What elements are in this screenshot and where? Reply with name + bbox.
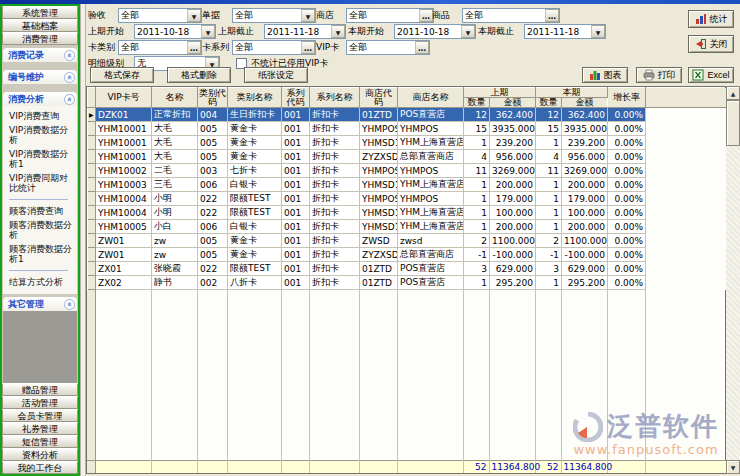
sidebar-item[interactable]: 顾客消费数据分析 bbox=[8, 218, 76, 242]
sidebar-item[interactable]: VIP消费数据分析1 bbox=[8, 147, 76, 171]
card-category-lookup[interactable]: 全部 … bbox=[118, 40, 202, 55]
sidebar-item[interactable]: VIP消费同期对比统计 bbox=[8, 171, 76, 195]
table-row[interactable]: ZW01zw005黄金卡001折扣卡ZYZXSD总部直营商店-1-100.000… bbox=[88, 248, 728, 262]
table-row[interactable]: YHM10004小明022限额TEST001折扣卡YHMSD1YHM上海直营店1… bbox=[88, 206, 728, 220]
sidebar-button[interactable]: 赠品管理 bbox=[2, 383, 78, 396]
table-row[interactable]: YHM10003三毛006白银卡001折扣卡YHMSD1YHM上海直营店1200… bbox=[88, 178, 728, 192]
lookup-icon[interactable]: … bbox=[187, 41, 201, 54]
collapse-icon[interactable]: » bbox=[64, 72, 75, 83]
header-cat-name[interactable]: 类别名称 bbox=[228, 88, 282, 108]
sidebar-button[interactable]: 系统管理 bbox=[2, 6, 78, 19]
table-row[interactable]: YHM10001大毛005黄金卡001折扣卡YHMSD1YHM上海直营店1239… bbox=[88, 136, 728, 150]
close-button[interactable]: 关闭 bbox=[688, 35, 734, 53]
paper-setup-button[interactable]: 纸张设定 bbox=[244, 67, 308, 83]
scroll-up-icon[interactable]: ▲ bbox=[726, 86, 740, 100]
header-series-name[interactable]: 系列名称 bbox=[310, 88, 360, 108]
header-name[interactable]: 名称 bbox=[152, 88, 198, 108]
header-prev-amount[interactable]: 金额 bbox=[490, 98, 536, 108]
document-select[interactable]: 全部 ▼ bbox=[232, 8, 316, 23]
header-prev-qty[interactable]: 数量 bbox=[464, 98, 490, 108]
scrollbar-thumb[interactable] bbox=[726, 100, 740, 146]
header-vip-no[interactable]: VIP卡号 bbox=[96, 88, 152, 108]
row-indicator[interactable] bbox=[88, 122, 96, 136]
card-series-lookup[interactable]: 全部 … bbox=[232, 40, 316, 55]
table-row[interactable]: ZX01张晓霞022限额TEST001折扣卡01ZTDPOS直营店3629.00… bbox=[88, 262, 728, 276]
curr-start-date[interactable]: 2011-10-18 ▼ bbox=[394, 24, 476, 39]
scroll-down-icon[interactable]: ▼ bbox=[726, 460, 740, 474]
header-series-code[interactable]: 系列代码 bbox=[282, 88, 310, 108]
header-shop-code[interactable]: 商店代码 bbox=[360, 88, 398, 108]
format-delete-button[interactable]: 格式删除 bbox=[167, 67, 231, 83]
sidebar-item[interactable]: 顾客消费数据分析1 bbox=[8, 242, 76, 266]
shop-lookup[interactable]: 全部 … bbox=[346, 8, 434, 23]
collapse-icon[interactable]: » bbox=[64, 50, 75, 61]
receipt-select[interactable]: 全部 ▼ bbox=[118, 8, 202, 23]
lookup-icon[interactable]: … bbox=[301, 41, 315, 54]
prev-start-date[interactable]: 2011-10-18 ▼ bbox=[134, 24, 216, 39]
sidebar-item[interactable]: 顾客消费查询 bbox=[8, 204, 76, 218]
dropdown-icon[interactable]: ▼ bbox=[201, 25, 215, 38]
row-indicator[interactable] bbox=[88, 206, 96, 220]
table-row[interactable]: ZX02静书002八折卡001折扣卡01ZTDPOS直营店1295.200129… bbox=[88, 276, 728, 290]
excel-button[interactable]: Excel bbox=[688, 67, 734, 83]
table-row[interactable]: YHM10002二毛003七折卡001折扣卡YHMPOSYHMPOS113269… bbox=[88, 164, 728, 178]
table-row[interactable]: YHM10001大毛005黄金卡001折扣卡YHMPOSYHMPOS153935… bbox=[88, 122, 728, 136]
vertical-scrollbar[interactable]: ▲ ▼ bbox=[726, 86, 740, 474]
row-indicator[interactable] bbox=[88, 234, 96, 248]
row-indicator[interactable] bbox=[88, 248, 96, 262]
collapse-icon[interactable]: » bbox=[64, 94, 75, 105]
header-growth[interactable]: 增长率 bbox=[608, 88, 646, 108]
sidebar-button[interactable]: 我的工作台 bbox=[2, 461, 78, 474]
row-indicator[interactable] bbox=[88, 276, 96, 290]
sidebar-item[interactable]: 结算方式分析 bbox=[8, 275, 76, 289]
dropdown-icon[interactable]: ▼ bbox=[461, 25, 475, 38]
format-save-button[interactable]: 格式保存 bbox=[90, 67, 154, 83]
header-curr-period[interactable]: 本期 bbox=[536, 88, 608, 98]
row-indicator[interactable] bbox=[88, 220, 96, 234]
table-row[interactable]: YHM10004小明022限额TEST001折扣卡YHMPOSYHMPOS117… bbox=[88, 192, 728, 206]
sidebar-button[interactable]: 短信管理 bbox=[2, 435, 78, 448]
lookup-icon[interactable]: … bbox=[545, 9, 559, 22]
sidebar-button[interactable]: 活动管理 bbox=[2, 396, 78, 409]
row-indicator[interactable] bbox=[88, 136, 96, 150]
prev-end-date[interactable]: 2011-11-18 ▼ bbox=[264, 24, 346, 39]
dropdown-icon[interactable]: ▼ bbox=[301, 9, 315, 22]
stat-button[interactable]: 统计 bbox=[688, 10, 734, 28]
collapse-icon[interactable]: » bbox=[64, 299, 75, 310]
dropdown-icon[interactable]: ▼ bbox=[331, 25, 345, 38]
row-indicator[interactable] bbox=[88, 164, 96, 178]
row-indicator[interactable]: ▶ bbox=[88, 108, 96, 122]
sidebar-item[interactable]: VIP消费查询 bbox=[8, 109, 76, 123]
sidebar-section-number-maintain[interactable]: 编号维护 » bbox=[3, 70, 77, 84]
lookup-icon[interactable]: … bbox=[415, 41, 429, 54]
row-indicator[interactable] bbox=[88, 178, 96, 192]
sidebar-button[interactable]: 消费管理 bbox=[2, 32, 78, 45]
sidebar-section-consume-analysis[interactable]: 消费分析 » bbox=[3, 92, 77, 106]
row-indicator[interactable] bbox=[88, 192, 96, 206]
lookup-icon[interactable]: … bbox=[419, 9, 433, 22]
dropdown-icon[interactable]: ▼ bbox=[591, 25, 605, 38]
header-curr-amount[interactable]: 金额 bbox=[562, 98, 608, 108]
dropdown-icon[interactable]: ▼ bbox=[187, 9, 201, 22]
sidebar-button[interactable]: 会员卡管理 bbox=[2, 409, 78, 422]
sidebar-button[interactable]: 礼券管理 bbox=[2, 422, 78, 435]
header-cat-code[interactable]: 类别代码 bbox=[198, 88, 228, 108]
goods-lookup[interactable]: 全部 … bbox=[462, 8, 560, 23]
table-row[interactable]: ZW01zw005黄金卡001折扣卡ZWSDzwsd21100.00021100… bbox=[88, 234, 728, 248]
sidebar-section-other-manage[interactable]: 其它管理 » bbox=[3, 297, 77, 311]
row-indicator[interactable] bbox=[88, 262, 96, 276]
chart-button[interactable]: 图表 bbox=[582, 67, 628, 83]
header-shop-name[interactable]: 商店名称 bbox=[398, 88, 464, 108]
print-button[interactable]: 打印 bbox=[636, 67, 682, 83]
curr-end-date[interactable]: 2011-11-18 ▼ bbox=[524, 24, 606, 39]
header-curr-qty[interactable]: 数量 bbox=[536, 98, 562, 108]
table-row[interactable]: ▶DZK01正常折扣004生日折扣卡001折扣卡01ZTDPOS直营店12362… bbox=[88, 108, 728, 122]
header-prev-period[interactable]: 上期 bbox=[464, 88, 536, 98]
table-row[interactable]: YHM10001大毛005黄金卡001折扣卡ZYZXSD总部直营商店4956.0… bbox=[88, 150, 728, 164]
sidebar-button[interactable]: 基础档案 bbox=[2, 19, 78, 32]
sidebar-section-consume-records[interactable]: 消费记录 » bbox=[3, 48, 77, 62]
row-indicator[interactable] bbox=[88, 150, 96, 164]
vip-card-lookup[interactable]: 全部 … bbox=[346, 40, 430, 55]
sidebar-button[interactable]: 资料分析 bbox=[2, 448, 78, 461]
table-row[interactable]: YHM10005小白006白银卡001折扣卡YHMSD1YHM上海直营店1200… bbox=[88, 220, 728, 234]
